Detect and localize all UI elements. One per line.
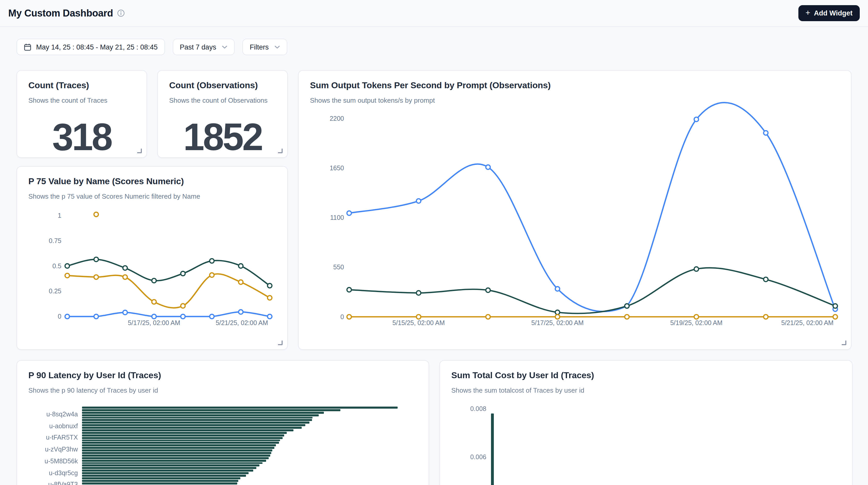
point-score-series-blue bbox=[210, 314, 214, 319]
resize-handle-icon[interactable] bbox=[137, 149, 142, 153]
filters-dropdown[interactable]: Filters bbox=[242, 39, 287, 55]
chevron-down-icon bbox=[222, 45, 227, 49]
latency-bar bbox=[82, 467, 256, 469]
point-score-series-green bbox=[210, 259, 214, 263]
point-score-series-blue bbox=[268, 314, 272, 319]
resize-handle-icon[interactable] bbox=[842, 340, 846, 345]
tokens-line-chart[interactable]: 22001650110055005/15/25, 02:00 AM5/17/25… bbox=[299, 71, 851, 350]
point-prompt-series-orange bbox=[625, 314, 629, 319]
point-score-series-green bbox=[123, 266, 127, 270]
point-prompt-series-green bbox=[555, 310, 560, 314]
latency-user-id-label: u-5M8D56k bbox=[17, 458, 78, 465]
point-score-series-green bbox=[152, 278, 156, 283]
point-score-series-blue bbox=[239, 310, 243, 314]
point-score-series-blue bbox=[94, 314, 98, 319]
point-prompt-series-green bbox=[347, 287, 351, 292]
card-head: P 90 Latency by User Id (Traces) Shows t… bbox=[17, 361, 429, 394]
svg-text:5/15/25, 02:00 AM: 5/15/25, 02:00 AM bbox=[393, 319, 445, 326]
latency-user-id-label: u-zVqP3hw bbox=[17, 446, 78, 453]
card-subtitle: Shows the count of Traces bbox=[28, 96, 135, 104]
cost-bar-chart[interactable]: 0.0080.006 bbox=[440, 361, 852, 485]
latency-bar-chart[interactable] bbox=[82, 406, 412, 485]
latency-bar bbox=[82, 472, 249, 474]
latency-bar bbox=[82, 417, 313, 419]
point-prompt-series-orange bbox=[416, 314, 421, 319]
latency-bar bbox=[82, 424, 306, 426]
latency-user-id-label: u-aobnuxf bbox=[17, 422, 78, 429]
latency-user-id-label: u-8sq2w4a bbox=[17, 411, 78, 418]
latency-bar bbox=[82, 414, 319, 416]
resize-handle-icon[interactable] bbox=[278, 149, 283, 153]
latency-bar bbox=[82, 412, 324, 414]
line-prompt-series-green bbox=[349, 268, 835, 313]
point-score-series-green bbox=[65, 264, 69, 268]
resize-handle-icon[interactable] bbox=[278, 340, 283, 345]
latency-bar bbox=[82, 429, 293, 431]
point-score-series-green bbox=[94, 257, 98, 262]
chevron-down-icon bbox=[274, 45, 280, 49]
latency-bar bbox=[82, 419, 312, 421]
latency-bar bbox=[82, 457, 269, 459]
latency-bar bbox=[82, 459, 266, 461]
card-count-observations: Count (Observations) Shows the count of … bbox=[157, 70, 288, 158]
latency-bar bbox=[82, 445, 276, 447]
filters-label: Filters bbox=[250, 43, 269, 51]
card-title: P 90 Latency by User Id (Traces) bbox=[28, 370, 417, 381]
app-header: My Custom Dashboard + Add Widget bbox=[0, 0, 868, 27]
latency-bar bbox=[82, 475, 246, 477]
add-widget-button[interactable]: + Add Widget bbox=[798, 5, 860, 21]
date-range-picker[interactable]: May 14, 25 : 08:45 - May 21, 25 : 08:45 bbox=[17, 39, 165, 55]
svg-text:0: 0 bbox=[340, 313, 344, 321]
isolated-point bbox=[94, 212, 98, 216]
point-prompt-series-blue bbox=[764, 131, 768, 135]
card-tokens-chart: Sum Output Tokens Per Second by Prompt (… bbox=[298, 70, 851, 350]
point-score-series-green bbox=[181, 271, 185, 276]
dashboard-page: My Custom Dashboard + Add Widget May 14,… bbox=[0, 0, 868, 485]
point-score-series-orange bbox=[239, 280, 243, 284]
svg-text:550: 550 bbox=[333, 263, 344, 271]
p75-line-chart[interactable]: 10.750.50.2505/17/25, 02:00 AM5/21/25, 0… bbox=[17, 166, 288, 350]
point-score-series-orange bbox=[268, 296, 272, 300]
range-preset-value: Past 7 days bbox=[180, 43, 216, 51]
latency-bar bbox=[82, 406, 398, 408]
latency-bar bbox=[82, 477, 240, 479]
latency-bar bbox=[82, 427, 302, 429]
card-head: Count (Traces) Shows the count of Traces bbox=[17, 71, 147, 104]
latency-bar bbox=[82, 455, 270, 457]
svg-text:0: 0 bbox=[58, 313, 61, 320]
count-traces-value: 318 bbox=[17, 115, 147, 158]
latency-user-id-label: u-tFAR5TX bbox=[17, 434, 78, 442]
svg-text:2200: 2200 bbox=[330, 115, 344, 122]
point-prompt-series-green bbox=[764, 277, 768, 281]
svg-text:5/17/25, 02:00 AM: 5/17/25, 02:00 AM bbox=[128, 319, 180, 326]
point-prompt-series-blue bbox=[486, 165, 490, 169]
card-title: Count (Observations) bbox=[169, 81, 276, 91]
card-latency-chart: P 90 Latency by User Id (Traces) Shows t… bbox=[17, 360, 429, 485]
calendar-icon bbox=[24, 43, 31, 51]
card-cost-chart: Sum Total Cost by User Id (Traces) Shows… bbox=[439, 360, 852, 485]
range-preset-dropdown[interactable]: Past 7 days bbox=[173, 39, 235, 55]
toolbar: May 14, 25 : 08:45 - May 21, 25 : 08:45 … bbox=[17, 39, 287, 55]
point-score-series-blue bbox=[181, 314, 185, 319]
point-score-series-green bbox=[268, 283, 272, 288]
point-score-series-orange bbox=[94, 275, 98, 279]
point-score-series-orange bbox=[210, 273, 214, 277]
card-p75-chart: P 75 Value by Name (Scores Numeric) Show… bbox=[17, 166, 288, 350]
latency-bar bbox=[82, 452, 271, 454]
count-observations-value: 1852 bbox=[158, 115, 287, 158]
latency-bar bbox=[82, 482, 237, 484]
info-icon[interactable] bbox=[117, 9, 125, 17]
latency-bar bbox=[82, 437, 283, 439]
svg-text:1100: 1100 bbox=[330, 214, 344, 221]
svg-text:5/17/25, 02:00 AM: 5/17/25, 02:00 AM bbox=[531, 319, 584, 326]
point-score-series-blue bbox=[152, 314, 156, 319]
point-prompt-series-orange bbox=[347, 314, 351, 319]
plus-icon: + bbox=[806, 9, 810, 17]
point-prompt-series-green bbox=[625, 304, 629, 308]
svg-text:0.25: 0.25 bbox=[49, 287, 61, 295]
point-prompt-series-orange bbox=[486, 314, 490, 319]
card-title: Count (Traces) bbox=[28, 81, 135, 91]
point-prompt-series-orange bbox=[555, 314, 560, 319]
latency-bar bbox=[82, 480, 238, 482]
point-prompt-series-orange bbox=[833, 314, 837, 319]
